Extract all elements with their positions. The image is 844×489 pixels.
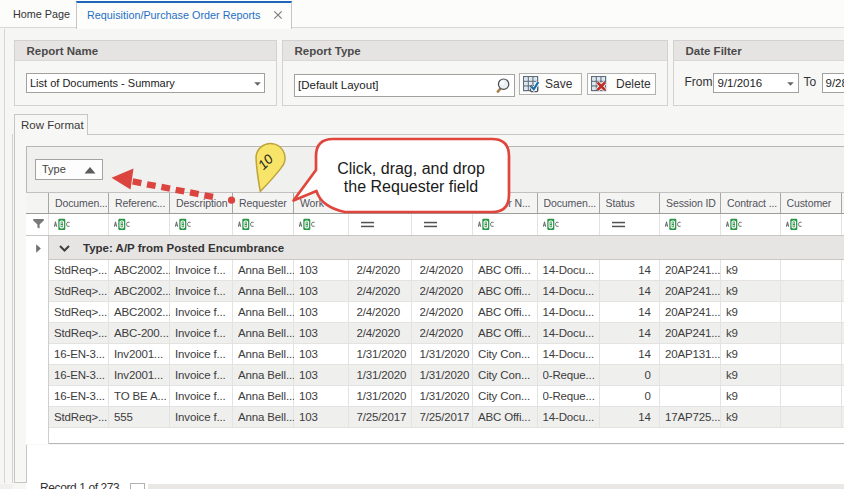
- svg-text:the Requester field: the Requester field: [344, 178, 478, 195]
- svg-text:Click, drag, and drop: Click, drag, and drop: [337, 160, 485, 177]
